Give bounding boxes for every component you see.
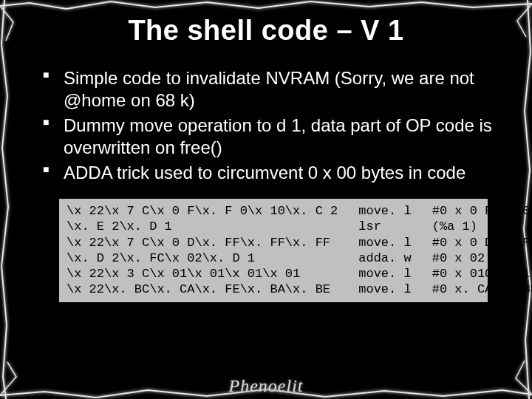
code-hex-column: \x 22\x 7 C\x 0 F\x. F 0\x 10\x. C 2 \x.… <box>66 203 338 298</box>
footer-logo: Phenoelit <box>229 376 304 396</box>
bullet-item: Dummy move operation to d 1, data part o… <box>43 115 502 159</box>
code-mnemonic-column: move. l lsr move. l adda. w move. l move… <box>358 203 411 298</box>
slide-title: The shell code – V 1 <box>30 15 502 47</box>
code-block: \x 22\x 7 C\x 0 F\x. F 0\x 10\x. C 2 \x.… <box>59 199 488 302</box>
bullet-item: Simple code to invalidate NVRAM (Sorry, … <box>43 67 502 112</box>
slide-content: The shell code – V 1 Simple code to inva… <box>0 0 532 399</box>
code-operands-column: #0 x 0 FF 010 C 2, %a 1 (%a 1) #0 x 0 DF… <box>432 203 532 298</box>
bullet-item: ADDA trick used to circumvent 0 x 00 byt… <box>43 162 502 184</box>
bullet-list: Simple code to invalidate NVRAM (Sorry, … <box>43 67 502 184</box>
